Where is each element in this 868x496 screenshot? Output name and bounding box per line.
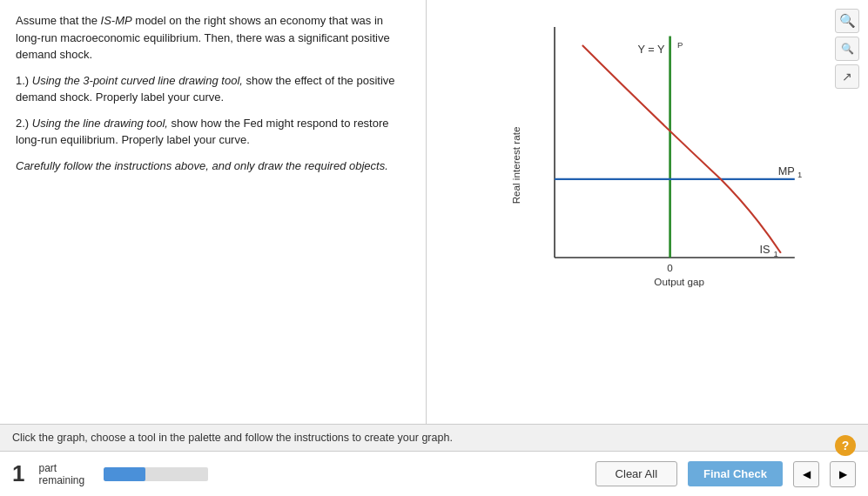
mp-sub: 1 [797,170,801,179]
intro-text: Assume that the IS-MP model on the right… [16,12,410,64]
main-content: Assume that the IS-MP model on the right… [0,0,868,424]
potential-sup: P [677,40,683,50]
progress-bar-fill [104,467,145,481]
is-sub: 1 [773,249,777,258]
help-button[interactable]: ? [835,435,856,456]
status-text: Click the graph, choose a tool in the pa… [12,432,453,444]
final-check-button[interactable]: Final Check [688,461,783,486]
left-panel: Assume that the IS-MP model on the right… [0,0,427,424]
part-number: 1 [12,460,24,487]
zero-label: 0 [667,262,673,273]
step2-italic: Using the line drawing tool, [32,117,168,130]
part-label-line2: remaining [38,474,84,486]
next-button[interactable]: ▶ [830,461,856,487]
graph-area[interactable]: Real interest rate Output gap 0 Y = Y P … [508,17,813,313]
prev-button[interactable]: ◀ [793,461,819,487]
clear-all-button[interactable]: Clear All [595,461,677,486]
y-axis-label: Real interest rate [509,127,521,204]
graph-svg: Real interest rate Output gap 0 Y = Y P … [508,17,813,313]
mp-label: MP [777,164,794,178]
footer-bar: 1 part remaining Clear All Final Check ◀… [0,451,868,496]
progress-container [104,467,208,481]
step2-text: 2.) Using the line drawing tool, show ho… [16,115,410,149]
x-axis-label: Output gap [654,276,704,287]
export-button[interactable]: ↗ [835,64,859,89]
zoom-in-button[interactable]: 🔍 [835,9,859,33]
progress-bar-bg [104,467,208,481]
icon-toolbar: 🔍 🔍 ↗ [835,9,859,89]
caution-text: Carefully follow the instructions above,… [16,158,410,175]
part-label-line1: part [38,462,84,474]
status-bar: Click the graph, choose a tool in the pa… [0,424,868,451]
is-label: IS [759,243,770,256]
part-label: part remaining [38,462,84,486]
potential-label: Y = Y [637,43,665,56]
right-panel: 🔍 🔍 ↗ Real interest rate Output gap 0 [427,0,868,424]
step1-text: 1.) Using the 3-point curved line drawin… [16,72,410,106]
zoom-out-button[interactable]: 🔍 [835,37,859,61]
caution-italic: Carefully follow the instructions above,… [16,159,388,172]
step1-italic: Using the 3-point curved line drawing to… [32,74,243,87]
intro-italic: IS-MP [101,14,132,27]
